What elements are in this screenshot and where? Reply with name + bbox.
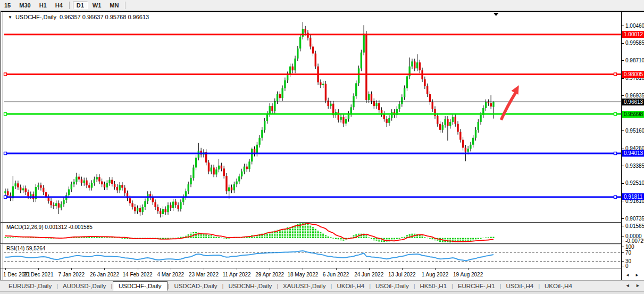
date-tick: [204, 268, 204, 270]
date-tick-label: 20 Dec 2021: [23, 272, 54, 277]
price-tick: [622, 60, 624, 61]
hline-handle[interactable]: [4, 195, 7, 198]
mt4-window: 15M30H1H4D1W1MN ▼ USDCHF-,Daily 0.96357 …: [0, 0, 644, 294]
date-tick-label: 6 Jun 2022: [323, 272, 349, 277]
scroll-right-icon[interactable]: ►: [635, 273, 639, 277]
price-tick: [622, 252, 624, 253]
horizontal-lines[interactable]: [4, 35, 621, 199]
price-tick: [622, 261, 624, 262]
tab-usoil-h4[interactable]: USOil-,H4: [501, 282, 538, 290]
date-tick: [369, 268, 370, 270]
date-tick: [303, 268, 303, 270]
tab-separator: |: [277, 283, 278, 289]
date-tick: [435, 268, 436, 270]
timeframe-button-h1[interactable]: H1: [36, 2, 51, 9]
price-tick: [622, 43, 624, 44]
date-axis[interactable]: 1 Dec 202120 Dec 20217 Jan 202226 Jan 20…: [3, 268, 621, 280]
price-tick: [622, 166, 624, 166]
price-tick: [622, 247, 624, 247]
tab-scroll-arrows[interactable]: ◄ ►: [625, 283, 642, 288]
date-tick-label: 24 Jun 2022: [354, 272, 383, 277]
timeframe-button-w1[interactable]: W1: [89, 2, 105, 9]
price-tick: [622, 226, 624, 226]
price-tick-label: 0.96935: [625, 93, 644, 99]
tab-xauusd-daily[interactable]: XAUUSD-,Daily: [279, 282, 330, 290]
date-tick: [468, 268, 469, 270]
tab-usdchf-daily[interactable]: USDCHF-,Daily: [113, 281, 168, 291]
status-strip: [0, 291, 644, 294]
tab-separator: |: [111, 283, 112, 289]
date-tick: [237, 268, 237, 270]
price-line-label-1.00012: 1.00012: [622, 31, 644, 38]
hline-handle[interactable]: [614, 113, 617, 116]
tab-ukoil-h4[interactable]: UKOil-,H4: [332, 282, 369, 290]
timeframe-toolbar: 15M30H1H4D1W1MN: [0, 0, 644, 11]
tab-separator: |: [414, 283, 415, 289]
tab-usoil-daily[interactable]: USOil-,Daily: [371, 282, 413, 290]
timeframe-button-h4[interactable]: H4: [52, 2, 66, 9]
price-tick: [622, 201, 624, 201]
macd-panel-svg[interactable]: [3, 223, 621, 243]
date-tick: [71, 268, 72, 270]
price-tick: [622, 241, 624, 241]
chart-shift-marker-icon[interactable]: [494, 13, 499, 16]
tab-hk50-h1[interactable]: HK50-,H1: [416, 282, 451, 290]
macd-signal-line: [5, 224, 494, 242]
hline-handle[interactable]: [4, 152, 7, 154]
price-tick: [622, 78, 624, 79]
date-tick: [5, 268, 6, 270]
tab-eurusd-daily[interactable]: EURUSD-,Daily: [4, 282, 56, 290]
price-tick: [622, 130, 624, 131]
date-tick: [138, 268, 138, 270]
hline-handle[interactable]: [614, 73, 617, 76]
tab-eurchf-h1[interactable]: EURCHF-,H1: [454, 282, 499, 290]
date-tick-label: 19 Aug 2022: [453, 272, 483, 277]
date-tick-label: 11 Apr 2022: [222, 272, 250, 277]
timeframe-button-15[interactable]: 15: [1, 2, 14, 9]
date-tick-label: 7 Jan 2022: [58, 272, 85, 277]
date-tick-label: 23 Mar 2022: [189, 272, 219, 277]
price-line-label-0.91811: 0.91811: [622, 193, 644, 200]
hline-handle[interactable]: [4, 113, 7, 116]
timeframe-button-mn[interactable]: MN: [106, 2, 122, 9]
macd-scale-label: 0.015654: [625, 223, 644, 229]
price-tick-label: 0.93385: [625, 163, 644, 169]
macd-scale-label: -0.0072595: [625, 238, 644, 244]
date-tick: [336, 268, 337, 270]
date-tick: [38, 268, 39, 270]
date-tick-label: 1 Aug 2022: [422, 272, 449, 277]
tab-usdcad-daily[interactable]: USDCAD-,Daily: [170, 282, 221, 290]
tab-usdcnh-daily[interactable]: USDCNH-,Daily: [224, 282, 276, 290]
rsi-panel-svg[interactable]: [3, 244, 621, 268]
tab-separator: |: [56, 283, 58, 289]
tab-audusd-daily[interactable]: AUDUSD-,Daily: [58, 282, 110, 290]
price-tick: [622, 95, 624, 96]
tab-separator: |: [500, 283, 501, 289]
price-tick: [622, 149, 624, 149]
price-tick-label: 0.90735: [625, 216, 644, 222]
tab-separator: |: [222, 283, 224, 289]
window-left-edge: [0, 11, 1, 294]
toolbar-separator: [69, 2, 70, 9]
hline-handle[interactable]: [4, 73, 7, 76]
date-tick-label: 4 Mar 2022: [157, 272, 184, 277]
tab-separator: |: [331, 283, 332, 289]
hline-handle[interactable]: [614, 152, 617, 154]
macd-histogram: [5, 223, 494, 243]
candlestick-series: [4, 22, 494, 217]
rsi-scale-label: 0: [625, 263, 629, 269]
price-tick-label: 0.92510: [625, 180, 644, 186]
price-line-label-0.98005: 0.98005: [622, 71, 644, 78]
date-tick: [402, 268, 403, 270]
hline-handle[interactable]: [614, 195, 617, 198]
scroll-left-icon[interactable]: ◄: [625, 273, 630, 277]
price-scale[interactable]: 1.004600.995850.987100.978100.969350.951…: [621, 12, 644, 280]
timeframe-button-d1[interactable]: D1: [73, 2, 88, 9]
main-chart-svg[interactable]: [3, 12, 621, 222]
tab-separator: |: [538, 283, 540, 289]
tab-ukoil-h4[interactable]: UKOil-,H4: [540, 282, 576, 290]
timeframe-button-m30[interactable]: M30: [15, 2, 34, 9]
date-tick: [104, 268, 105, 270]
chart-tab-bar: EURUSD-,Daily|AUDUSD-,Daily|USDCHF-,Dail…: [0, 280, 644, 291]
date-tick-label: 13 Jul 2022: [388, 272, 416, 277]
